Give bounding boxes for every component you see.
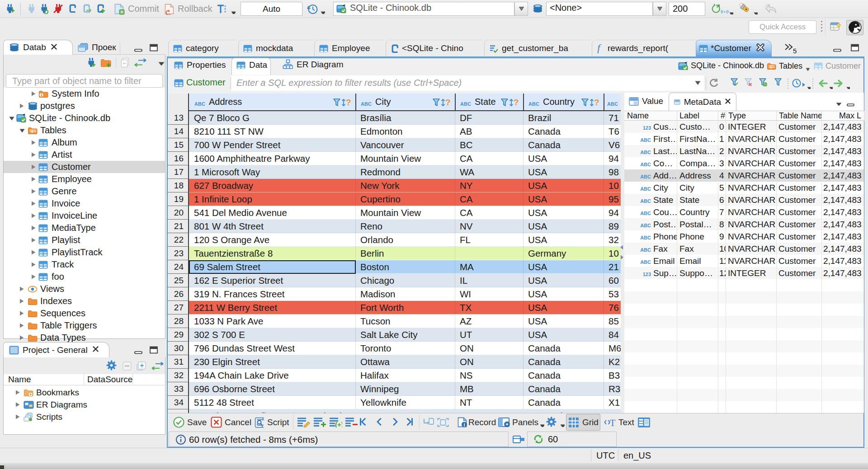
svg-text:T: T: [610, 418, 615, 428]
svg-text:i: i: [41, 93, 42, 97]
svg-text:f: f: [597, 43, 602, 53]
svg-text:5: 5: [793, 47, 797, 54]
svg-text:(+): (+): [335, 421, 342, 427]
svg-text:i: i: [463, 422, 465, 427]
